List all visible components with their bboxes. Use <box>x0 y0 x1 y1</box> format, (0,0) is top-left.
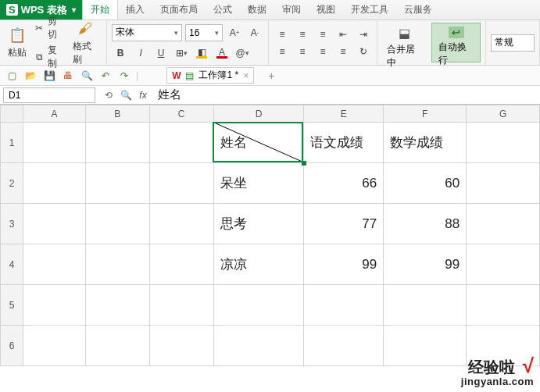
cell-A4[interactable] <box>23 244 85 285</box>
cell-B4[interactable] <box>85 244 149 285</box>
cell-C4[interactable] <box>149 244 213 285</box>
cell-A2[interactable] <box>23 163 85 204</box>
merge-center-button[interactable]: ⬓ 合并居中 <box>382 23 427 62</box>
cell-E4[interactable]: 99 <box>304 244 384 285</box>
align-center-button[interactable]: ≡ <box>294 43 311 60</box>
cell-E3[interactable]: 77 <box>304 204 384 244</box>
select-all-corner[interactable] <box>1 105 23 123</box>
cell-F4[interactable]: 99 <box>384 244 467 285</box>
cell-B5[interactable] <box>85 285 149 326</box>
decrease-font-button[interactable]: A- <box>246 24 263 41</box>
cell-E2[interactable]: 66 <box>304 163 384 204</box>
cell-D2[interactable]: 呆坐 <box>213 163 304 204</box>
name-box[interactable]: D1 <box>3 87 95 103</box>
cell-A3[interactable] <box>23 204 85 244</box>
row-header[interactable]: 6 <box>1 326 23 366</box>
cell-D4[interactable]: 凉凉 <box>213 244 304 285</box>
row-header[interactable]: 1 <box>1 123 23 163</box>
cell-C3[interactable] <box>149 204 213 244</box>
menu-tab-2[interactable]: 页面布局 <box>152 0 206 20</box>
align-top-button[interactable]: ≡ <box>274 26 291 43</box>
fill-color-button[interactable]: ◧ <box>193 45 210 62</box>
cell-C5[interactable] <box>149 285 213 326</box>
open-button[interactable]: 📂 <box>23 69 38 83</box>
number-format-select[interactable]: 常规 <box>491 34 535 52</box>
column-header[interactable]: F <box>384 105 467 123</box>
italic-button[interactable]: I <box>132 45 149 62</box>
cell-C2[interactable] <box>149 163 213 204</box>
menu-tab-1[interactable]: 插入 <box>118 0 152 20</box>
justify-button[interactable]: ≡ <box>334 43 352 60</box>
menu-tab-6[interactable]: 视图 <box>309 0 343 20</box>
cut-button[interactable]: ✂ 剪切 <box>34 15 65 41</box>
column-header[interactable]: D <box>213 105 304 123</box>
cell-F6[interactable] <box>384 326 467 366</box>
cell-G2[interactable] <box>467 163 540 204</box>
cell-D5[interactable] <box>213 285 304 326</box>
cell-G5[interactable] <box>467 285 540 326</box>
bold-button[interactable]: B <box>112 45 129 62</box>
menu-tab-3[interactable]: 公式 <box>206 0 240 20</box>
cell-G4[interactable] <box>467 244 540 285</box>
font-name-select[interactable]: 宋体 ▾ <box>112 24 182 41</box>
border-button[interactable]: ⊞▾ <box>173 45 190 62</box>
underline-button[interactable]: U <box>152 45 170 62</box>
cell-F5[interactable] <box>384 285 467 326</box>
increase-font-button[interactable]: A+ <box>226 24 243 41</box>
cell-E1[interactable]: 语文成绩 <box>304 123 384 163</box>
close-tab-button[interactable]: × <box>243 70 249 81</box>
save-button[interactable]: 💾 <box>42 69 56 83</box>
font-size-select[interactable]: 16 ▾ <box>185 24 223 41</box>
cell-A6[interactable] <box>23 326 85 366</box>
document-tab[interactable]: W ▤ 工作簿1 * × <box>166 67 254 84</box>
cell-G3[interactable] <box>467 204 540 244</box>
cell-E6[interactable] <box>304 326 384 366</box>
new-doc-button[interactable]: ▢ <box>5 69 19 83</box>
cell-D1[interactable]: 姓名 <box>213 123 304 163</box>
menu-tab-5[interactable]: 审阅 <box>274 0 309 20</box>
cell-F2[interactable]: 60 <box>384 163 467 204</box>
row-header[interactable]: 4 <box>1 244 23 285</box>
column-header[interactable]: B <box>85 105 149 123</box>
column-header[interactable]: G <box>467 105 540 123</box>
row-header[interactable]: 2 <box>1 163 23 204</box>
cell-B6[interactable] <box>85 326 149 366</box>
indent-increase-button[interactable]: ⇥ <box>355 26 372 43</box>
cancel-formula-button[interactable]: ⟲ <box>102 88 116 102</box>
font-color-button[interactable]: A <box>213 45 231 62</box>
format-painter-button[interactable]: 🖌 格式刷 <box>70 18 102 68</box>
print-button[interactable]: 🖶 <box>61 69 75 83</box>
column-header[interactable]: E <box>304 105 384 123</box>
case-button[interactable]: @▾ <box>234 45 251 62</box>
row-header[interactable]: 3 <box>1 204 23 244</box>
cell-C1[interactable] <box>149 123 213 163</box>
orientation-button[interactable]: ↻ <box>355 43 372 60</box>
cell-A5[interactable] <box>23 285 85 326</box>
align-right-button[interactable]: ≡ <box>314 43 331 60</box>
menu-tab-8[interactable]: 云服务 <box>396 0 440 20</box>
undo-button[interactable]: ↶ <box>98 69 113 83</box>
align-bottom-button[interactable]: ≡ <box>314 26 331 43</box>
cell-F3[interactable]: 88 <box>384 204 467 244</box>
cell-D6[interactable] <box>213 326 304 366</box>
column-header[interactable]: C <box>149 105 213 123</box>
fill-handle[interactable] <box>302 161 306 166</box>
formula-input[interactable]: 姓名 <box>153 87 540 102</box>
cell-G1[interactable] <box>467 123 540 163</box>
menu-tab-7[interactable]: 开发工具 <box>343 0 396 20</box>
new-tab-button[interactable]: + <box>268 69 274 82</box>
cell-D3[interactable]: 思考 <box>213 204 304 244</box>
align-middle-button[interactable]: ≡ <box>294 26 311 43</box>
cell-C6[interactable] <box>149 326 213 366</box>
row-header[interactable]: 5 <box>1 285 23 326</box>
column-header[interactable]: A <box>23 105 85 123</box>
copy-button[interactable]: ⧉ 复制 <box>34 44 65 70</box>
redo-button[interactable]: ↷ <box>117 69 131 83</box>
cell-B1[interactable] <box>85 123 149 163</box>
wrap-text-button[interactable]: ↩ 自动换行 <box>431 23 481 62</box>
paste-button[interactable]: 📋 粘贴 <box>5 24 30 61</box>
print-preview-button[interactable]: 🔍 <box>80 69 94 83</box>
cell-B2[interactable] <box>85 163 149 204</box>
cell-A1[interactable] <box>23 123 85 163</box>
menu-tab-4[interactable]: 数据 <box>240 0 274 20</box>
